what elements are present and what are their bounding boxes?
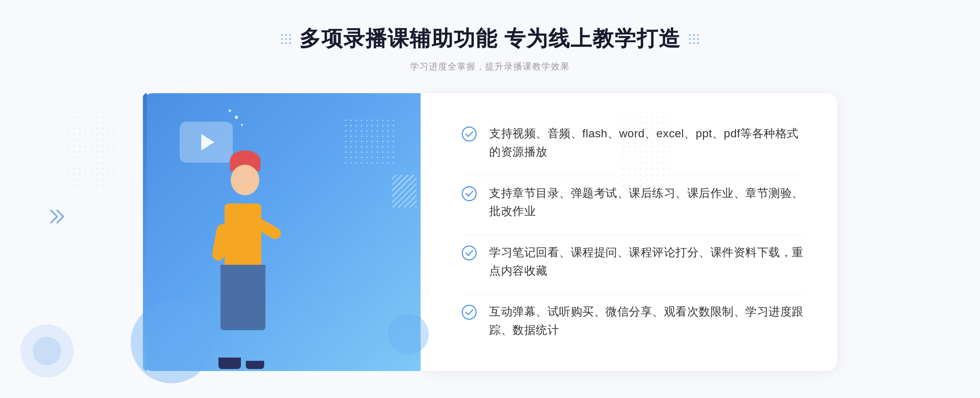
char-shoe-left [218,358,241,369]
svg-point-0 [462,127,476,141]
char-body [225,203,261,269]
header-dots-left-icon [281,34,291,44]
char-shoe-right [246,361,264,369]
illustration-card [143,93,421,371]
feature-text-2: 支持章节目录、弹题考试、课后练习、课后作业、章节测验、批改作业 [489,184,804,221]
title-row: 多项录播课辅助功能 专为线上教学打造 [281,25,699,53]
check-circle-icon-1 [461,126,477,142]
svg-point-1 [462,187,476,201]
svg-point-2 [462,246,476,260]
sparkle-dot-1 [235,116,238,119]
header-dots-right-icon [689,34,699,44]
accent-bar [143,93,147,371]
svg-point-3 [462,305,476,319]
header-section: 多项录播课辅助功能 专为线上教学打造 学习进度全掌握，提升录播课教学效果 [281,25,699,73]
stripe-decoration [392,175,416,208]
sparkle-dot-3 [229,110,231,112]
feature-text-3: 学习笔记回看、课程提问、课程评论打分、课件资料下载，重点内容收藏 [489,244,804,280]
check-circle-icon-4 [461,304,477,320]
page-subtitle: 学习进度全掌握，提升录播课教学效果 [281,60,699,73]
check-circle-icon-3 [461,245,477,261]
check-circle-icon-2 [461,186,477,201]
illus-dots-pattern [343,118,396,167]
char-pants [220,265,265,330]
chevron-double-right-icon [49,208,69,228]
dots-pattern-right [621,114,670,188]
page-title: 多项录播课辅助功能 专为线上教学打造 [299,25,681,53]
deco-circle-small [33,337,61,365]
feature-text-4: 互动弹幕、试听购买、微信分享、观看次数限制、学习进度跟踪、数据统计 [489,303,804,340]
feature-item-4: 互动弹幕、试听购买、微信分享、观看次数限制、学习进度跟踪、数据统计 [461,294,804,348]
dots-pattern-left [65,114,114,188]
sparkle-dot-2 [241,124,243,126]
character-illustration [167,134,323,371]
feature-item-3: 学习笔记回看、课程提问、课程评论打分、课件资料下载，重点内容收藏 [461,235,804,288]
blue-circle-small [388,314,429,355]
main-content-area: 支持视频、音频、flash、word、excel、ppt、pdf等各种格式的资源… [143,93,837,371]
page-container: 多项录播课辅助功能 专为线上教学打造 学习进度全掌握，提升录播课教学效果 [0,0,980,398]
char-head [231,165,259,195]
